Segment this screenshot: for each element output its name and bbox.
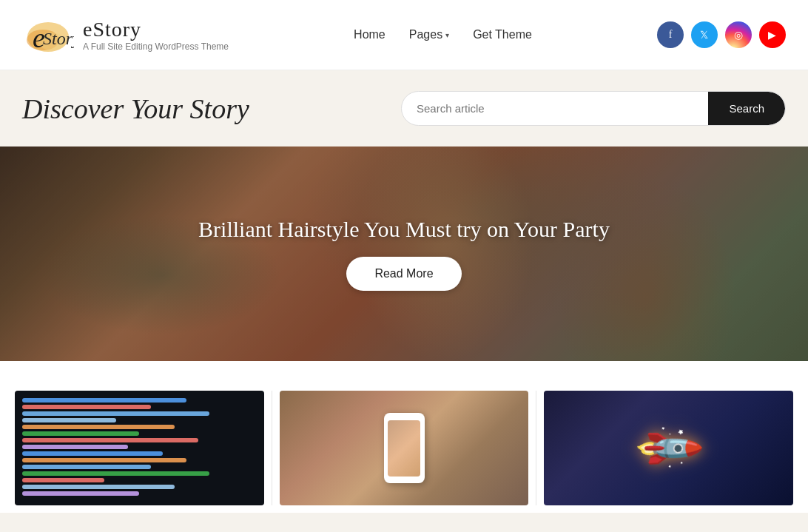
article-image-phone (280, 391, 529, 505)
logo-icon: e Story (22, 9, 74, 61)
search-button[interactable]: Search (708, 92, 785, 125)
facebook-icon[interactable]: f (657, 21, 684, 48)
search-input[interactable] (402, 92, 708, 125)
article-card-rocket: 🚀 (536, 383, 801, 513)
article-image-rocket: 🚀 (544, 391, 793, 505)
article-card-code (7, 383, 272, 513)
search-area: Search (401, 91, 786, 126)
svg-text:Story: Story (43, 29, 74, 48)
header: e Story eStory A Full Site Editing WordP… (0, 0, 808, 70)
logo-area: e Story eStory A Full Site Editing WordP… (22, 9, 229, 61)
hero-section: Brilliant Hairstyle You Must try on Your… (0, 147, 808, 361)
nav-pages[interactable]: Pages ▾ (409, 28, 449, 41)
articles-row: 🚀 (0, 368, 808, 513)
nav-get-theme[interactable]: Get Theme (473, 28, 532, 41)
nav-home[interactable]: Home (354, 28, 386, 41)
phone-shape (384, 413, 425, 483)
hero-title: Brilliant Hairstyle You Must try on Your… (198, 217, 610, 242)
rocket-icon: 🚀 (630, 410, 707, 486)
read-more-button[interactable]: Read More (346, 257, 461, 291)
youtube-icon[interactable]: ▶ (759, 21, 786, 48)
social-icons: f 𝕏 ◎ ▶ (657, 21, 786, 48)
hero-content: Brilliant Hairstyle You Must try on Your… (184, 202, 624, 306)
chevron-down-icon: ▾ (445, 31, 449, 39)
twitter-icon[interactable]: 𝕏 (691, 21, 718, 48)
discover-bar: Discover Your Story Search (0, 70, 808, 147)
phone-screen (388, 420, 420, 477)
main-nav: Home Pages ▾ Get Theme (354, 28, 532, 41)
instagram-icon[interactable]: ◎ (725, 21, 752, 48)
discover-title: Discover Your Story (22, 92, 249, 125)
logo-text-area: eStory A Full Site Editing WordPress The… (83, 18, 229, 52)
articles-section: 🚀 (0, 361, 808, 513)
site-title: eStory (83, 18, 229, 41)
site-subtitle: A Full Site Editing WordPress Theme (83, 41, 229, 52)
article-image-code (15, 391, 264, 505)
article-card-phone (272, 383, 536, 513)
